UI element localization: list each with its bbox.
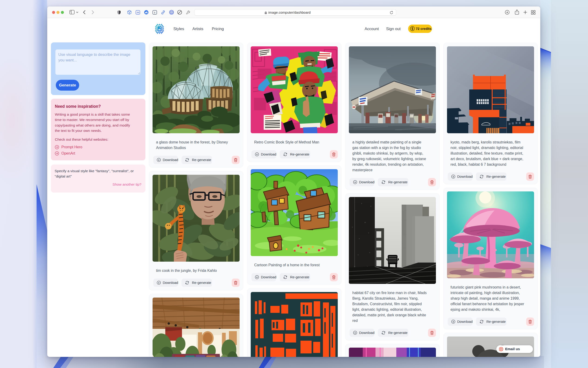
svg-text:JS: JS	[137, 11, 139, 14]
svg-text:I: I	[154, 11, 155, 14]
